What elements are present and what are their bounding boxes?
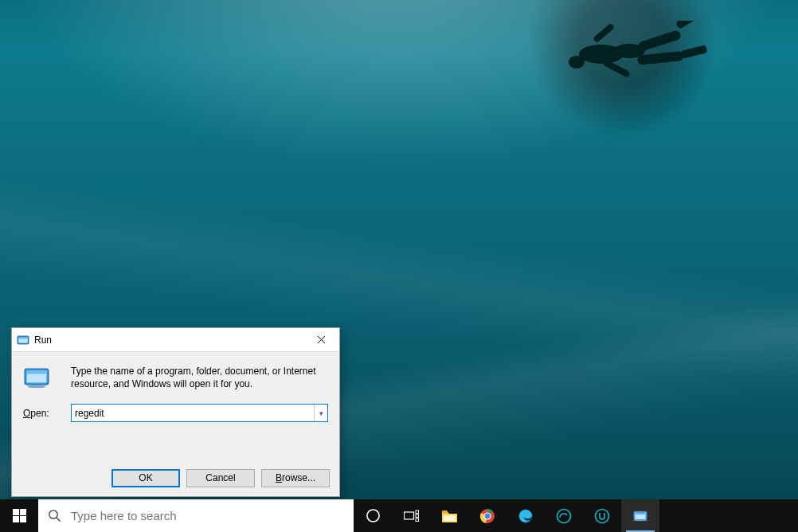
svg-rect-3 bbox=[637, 29, 682, 52]
chrome-icon bbox=[479, 508, 495, 524]
circle-u-icon bbox=[594, 508, 610, 524]
open-input[interactable] bbox=[72, 405, 314, 421]
taskbar-app-run-active[interactable] bbox=[621, 499, 659, 532]
cancel-button[interactable]: Cancel bbox=[186, 469, 255, 487]
taskbar-app-circle-2[interactable] bbox=[583, 499, 621, 532]
circle-swirl-icon bbox=[556, 508, 572, 524]
file-explorer-icon bbox=[441, 509, 458, 523]
svg-point-0 bbox=[579, 45, 624, 64]
run-dialog: Run Type the name of a program, folder, … bbox=[11, 327, 340, 497]
svg-rect-25 bbox=[416, 518, 419, 522]
svg-rect-27 bbox=[443, 515, 456, 522]
taskbar-app-file-explorer[interactable] bbox=[430, 499, 468, 532]
start-button[interactable] bbox=[0, 499, 38, 532]
svg-rect-22 bbox=[404, 512, 413, 519]
search-icon bbox=[48, 509, 61, 522]
svg-rect-4 bbox=[675, 21, 700, 29]
svg-line-20 bbox=[57, 518, 61, 522]
task-view-icon bbox=[404, 510, 419, 522]
run-window-icon bbox=[17, 334, 29, 346]
svg-rect-17 bbox=[13, 516, 19, 522]
run-description-icon bbox=[23, 363, 66, 393]
run-taskbar-icon bbox=[632, 509, 649, 523]
svg-point-19 bbox=[49, 510, 57, 518]
svg-rect-36 bbox=[635, 512, 645, 514]
svg-rect-18 bbox=[20, 516, 26, 522]
svg-rect-8 bbox=[593, 23, 615, 43]
taskbar-app-edge[interactable] bbox=[507, 499, 545, 532]
open-dropdown-button[interactable]: ▾ bbox=[314, 405, 327, 421]
windows-logo-icon bbox=[13, 509, 26, 522]
task-view-button[interactable] bbox=[392, 499, 430, 532]
svg-point-21 bbox=[366, 510, 378, 522]
svg-rect-23 bbox=[416, 510, 419, 514]
cortana-icon bbox=[366, 508, 381, 523]
svg-rect-6 bbox=[681, 45, 707, 58]
wallpaper-swimmer-silhouette bbox=[557, 21, 717, 92]
svg-rect-14 bbox=[27, 371, 47, 374]
svg-point-2 bbox=[569, 56, 585, 68]
svg-point-33 bbox=[596, 509, 609, 522]
svg-point-1 bbox=[613, 44, 645, 58]
svg-rect-26 bbox=[442, 510, 448, 513]
browse-button[interactable]: Browse... bbox=[261, 469, 330, 487]
close-icon bbox=[317, 335, 326, 344]
taskbar-app-circle-1[interactable] bbox=[545, 499, 583, 532]
svg-rect-15 bbox=[13, 509, 19, 515]
taskbar bbox=[0, 499, 798, 532]
open-combobox[interactable]: ▾ bbox=[71, 404, 328, 422]
search-input[interactable] bbox=[71, 509, 354, 522]
svg-rect-11 bbox=[18, 337, 28, 338]
ok-button[interactable]: OK bbox=[111, 469, 180, 487]
taskbar-app-chrome[interactable] bbox=[468, 499, 507, 532]
svg-rect-7 bbox=[602, 59, 631, 78]
search-bar[interactable] bbox=[38, 499, 354, 532]
run-title-text: Run bbox=[34, 334, 303, 346]
chevron-down-icon: ▾ bbox=[319, 409, 323, 417]
run-footer: OK Cancel Browse... bbox=[12, 460, 339, 496]
svg-rect-24 bbox=[416, 514, 419, 518]
svg-rect-5 bbox=[637, 51, 684, 65]
edge-icon bbox=[518, 508, 534, 524]
run-description-text: Type the name of a program, folder, docu… bbox=[71, 363, 328, 393]
run-titlebar[interactable]: Run bbox=[12, 328, 339, 352]
svg-rect-16 bbox=[20, 509, 26, 515]
cortana-button[interactable] bbox=[354, 499, 392, 532]
open-label: Open: bbox=[23, 408, 66, 419]
close-button[interactable] bbox=[303, 328, 339, 351]
svg-point-30 bbox=[485, 513, 491, 518]
svg-point-32 bbox=[557, 509, 571, 522]
